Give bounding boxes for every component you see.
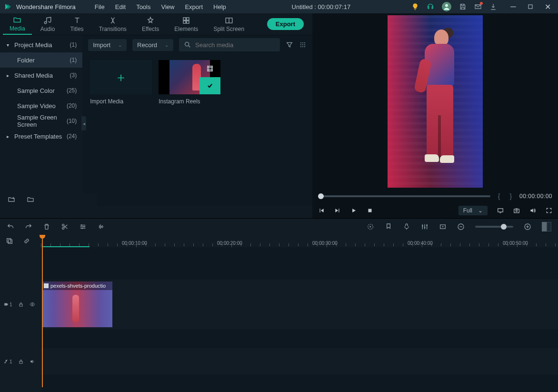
split-icon: [225, 16, 233, 25]
zoom-slider[interactable]: [475, 226, 513, 228]
messages-icon[interactable]: [474, 3, 482, 10]
window-close[interactable]: ✕: [541, 0, 554, 13]
search-input[interactable]: [195, 41, 275, 49]
sidebar-item-sample-video[interactable]: Sample Video(20): [0, 98, 82, 113]
link-tracks-icon[interactable]: [23, 237, 30, 245]
undo-icon[interactable]: [7, 223, 14, 231]
sidebar-item-folder[interactable]: Folder(1): [0, 52, 82, 68]
scrubber-handle[interactable]: [318, 193, 324, 199]
save-icon[interactable]: [459, 3, 467, 10]
preview-viewport[interactable]: [312, 13, 558, 190]
search-wrap: [179, 38, 280, 51]
text-icon: [73, 16, 81, 25]
preview-frame: [388, 15, 483, 188]
support-icon[interactable]: [427, 3, 434, 10]
svg-rect-19: [498, 209, 503, 212]
tab-audio-label: Audio: [40, 26, 55, 32]
track-size-toggle[interactable]: [542, 222, 551, 231]
tab-transitions[interactable]: Transitions: [92, 14, 133, 35]
snapshot-icon[interactable]: [513, 207, 520, 214]
sidebar-item-shared-media[interactable]: ▸Shared Media(3): [0, 68, 82, 83]
sidebar-item-preset-templates[interactable]: ▸Preset Templates(24): [0, 129, 82, 144]
preview-scrubber[interactable]: [318, 195, 490, 197]
download-icon[interactable]: [489, 3, 497, 10]
preview-quality-dropdown[interactable]: Full⌄: [458, 206, 488, 215]
lock-icon[interactable]: [18, 302, 24, 307]
next-frame-icon[interactable]: [334, 207, 341, 214]
menu-export[interactable]: Export: [180, 1, 208, 12]
tab-audio[interactable]: Audio: [34, 14, 62, 35]
playhead[interactable]: [42, 235, 43, 387]
menu-view[interactable]: View: [156, 1, 179, 12]
redo-icon[interactable]: [25, 223, 32, 231]
timeline-ruler[interactable]: 00:00:10:0000:00:20:0000:00:30:0000:00:4…: [41, 235, 558, 247]
svg-point-10: [304, 42, 305, 43]
export-button[interactable]: Export: [267, 18, 304, 30]
display-icon[interactable]: [497, 207, 504, 214]
split-clip-icon[interactable]: [61, 223, 69, 231]
fullscreen-icon[interactable]: [546, 207, 552, 214]
chevron-right-icon: ▸: [7, 134, 11, 139]
prev-frame-icon[interactable]: [318, 207, 325, 214]
stop-icon[interactable]: [367, 207, 373, 214]
menu-tools[interactable]: Tools: [131, 1, 155, 12]
visibility-icon[interactable]: [30, 302, 35, 307]
keyframe-panel-icon[interactable]: [439, 223, 447, 231]
mode-tabs: Media Audio Titles Transitions Effects E…: [0, 13, 312, 35]
mark-out-icon[interactable]: }: [508, 192, 514, 200]
audio-track[interactable]: 1: [0, 348, 558, 375]
mark-in-icon[interactable]: {: [496, 192, 502, 200]
menu-help[interactable]: Help: [209, 1, 231, 12]
zoom-in-icon[interactable]: [524, 223, 531, 231]
svg-point-9: [302, 42, 303, 43]
menu-file[interactable]: File: [90, 1, 110, 12]
sidebar-item-sample-color[interactable]: Sample Color(25): [0, 83, 82, 98]
record-dropdown[interactable]: Record⌄: [132, 39, 173, 51]
sidebar-item-sample-green-screen[interactable]: Sample Green Screen(10): [0, 113, 82, 129]
zoom-out-icon[interactable]: [457, 223, 465, 231]
import-dropdown[interactable]: Import⌄: [88, 39, 127, 51]
menu-edit[interactable]: Edit: [110, 1, 130, 12]
folder-icon[interactable]: [27, 196, 34, 203]
svg-point-8: [300, 42, 301, 43]
marker-icon[interactable]: [385, 223, 392, 231]
clip-name: pexels-shvets-productio: [50, 283, 106, 289]
svg-rect-5: [187, 20, 189, 23]
tab-titles[interactable]: Titles: [63, 14, 90, 35]
audio-mixer-icon[interactable]: [421, 223, 428, 231]
window-minimize[interactable]: ─: [507, 0, 520, 13]
sidebar-item-project-media[interactable]: ▾Project Media(1): [0, 37, 82, 52]
filter-icon[interactable]: [286, 41, 293, 49]
audio-waveform-icon[interactable]: [97, 223, 105, 231]
import-media-tile[interactable]: ＋ Import Media: [90, 60, 152, 105]
account-icon[interactable]: [442, 2, 451, 11]
video-track[interactable]: 1 pexels-shvets-productio: [0, 280, 558, 329]
render-icon[interactable]: [367, 223, 374, 231]
voiceover-icon[interactable]: [403, 223, 410, 231]
ruler-label: 00:00:40:00: [408, 241, 433, 246]
delete-icon[interactable]: [43, 223, 50, 231]
svg-rect-38: [4, 303, 7, 306]
tab-split-screen[interactable]: Split Screen: [207, 14, 251, 35]
mute-icon[interactable]: [30, 359, 35, 364]
window-maximize[interactable]: [524, 0, 537, 13]
new-folder-icon[interactable]: [8, 196, 15, 203]
timeline-clip[interactable]: pexels-shvets-productio: [42, 281, 112, 327]
lock-icon[interactable]: [18, 359, 24, 364]
zoom-handle[interactable]: [501, 224, 507, 230]
volume-icon[interactable]: [529, 207, 536, 214]
tab-media[interactable]: Media: [3, 14, 32, 35]
tab-elements[interactable]: Elements: [168, 14, 205, 35]
tab-effects[interactable]: Effects: [135, 14, 166, 35]
film-icon: [206, 65, 214, 72]
svg-rect-2: [183, 18, 186, 20]
collapse-sidebar-handle[interactable]: ◂: [81, 116, 86, 131]
svg-point-7: [185, 42, 189, 46]
tips-icon[interactable]: [411, 3, 419, 10]
play-icon[interactable]: [350, 207, 357, 214]
media-sidebar: ▾Project Media(1) Folder(1) ▸Shared Medi…: [0, 35, 82, 206]
duplicate-track-icon[interactable]: [6, 237, 13, 245]
media-clip-tile[interactable]: Instagram Reels: [159, 60, 220, 105]
edit-settings-icon[interactable]: [79, 223, 87, 231]
grid-view-icon[interactable]: [299, 41, 307, 49]
